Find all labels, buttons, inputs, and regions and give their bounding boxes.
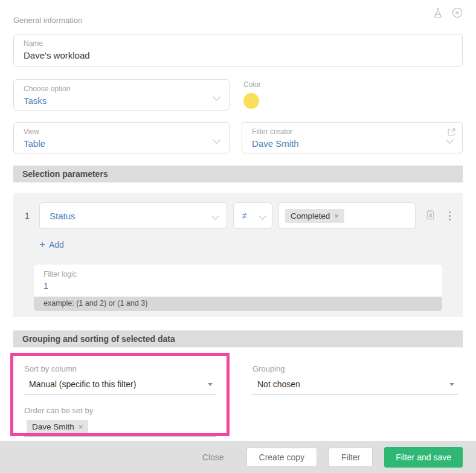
filter-creator-select[interactable]: Filter creator Dave Smith xyxy=(242,122,463,153)
choose-option-value[interactable]: Tasks xyxy=(24,95,219,106)
condition-value-tag-label: Completed xyxy=(291,211,330,220)
color-label: Color xyxy=(243,80,261,89)
option-color-row: Choose option Tasks Color xyxy=(13,79,463,111)
condition-row-number: 1 xyxy=(23,211,31,220)
order-user-tag-label: Dave Smith xyxy=(32,422,74,431)
grouping-label: Grouping xyxy=(252,364,458,374)
filter-creator-value[interactable]: Dave Smith xyxy=(252,138,452,149)
filter-logic-example: example: (1 and 2) or (1 and 3) xyxy=(34,297,442,311)
dropdown-arrow-icon xyxy=(208,383,213,386)
sorting-column: Sort by column Manual (specific to this … xyxy=(24,364,216,437)
grouping-select[interactable]: Not chosen xyxy=(252,376,458,395)
remove-tag-icon[interactable]: × xyxy=(334,212,339,220)
sort-by-column-select[interactable]: Manual (specific to this filter) xyxy=(24,376,216,395)
condition-value-tag: Completed × xyxy=(285,209,344,223)
name-field-value[interactable]: Dave's workload xyxy=(24,50,452,61)
filter-settings-dialog: General information Name Dave's workload… xyxy=(0,0,476,473)
sort-by-column-label: Sort by column xyxy=(24,364,216,374)
condition-operator-value[interactable]: ≠ xyxy=(242,211,247,220)
chevron-down-icon xyxy=(259,212,266,220)
flask-icon[interactable] xyxy=(433,8,443,18)
condition-field-value[interactable]: Status xyxy=(50,211,76,221)
order-user-tag: Dave Smith × xyxy=(27,420,88,434)
view-value[interactable]: Table xyxy=(24,138,219,149)
condition-row: 1 Status ≠ Completed × xyxy=(23,202,453,229)
name-field-label: Name xyxy=(24,39,452,48)
filter-logic-field[interactable]: Filter logic 1 xyxy=(34,265,442,297)
filter-logic-box: Filter logic 1 example: (1 and 2) or (1 … xyxy=(34,265,442,311)
filter-logic-value[interactable]: 1 xyxy=(43,281,433,291)
grouping-column: Grouping Not chosen xyxy=(252,364,458,437)
close-icon[interactable] xyxy=(452,7,463,18)
choose-option-label: Choose option xyxy=(24,85,219,93)
dialog-footer: Close Create copy Filter Filter and save xyxy=(0,441,476,473)
create-copy-button[interactable]: Create copy xyxy=(246,448,317,467)
condition-operator-select[interactable]: ≠ xyxy=(233,202,272,229)
view-select[interactable]: View Table xyxy=(13,122,230,153)
sort-by-column-value: Manual (specific to this filter) xyxy=(29,379,136,389)
name-field[interactable]: Name Dave's workload xyxy=(13,34,463,67)
remove-tag-icon[interactable]: × xyxy=(79,423,83,431)
condition-row-actions xyxy=(425,209,453,223)
selection-parameters-panel: 1 Status ≠ Completed × xyxy=(13,193,463,317)
condition-field-select[interactable]: Status xyxy=(39,202,227,229)
choose-option-select[interactable]: Choose option Tasks xyxy=(13,79,230,111)
general-information-label: General information xyxy=(13,16,463,25)
filter-logic-label: Filter logic xyxy=(43,270,433,278)
kebab-menu-icon[interactable] xyxy=(448,210,452,222)
order-can-be-set-by-field[interactable]: Dave Smith × xyxy=(24,418,216,437)
grouping-sorting-panel: Sort by column Manual (specific to this … xyxy=(0,347,476,437)
condition-value-box[interactable]: Completed × xyxy=(278,202,416,229)
view-label: View xyxy=(24,127,219,136)
color-picker: Color xyxy=(243,79,261,109)
view-creator-row: View Table Filter creator Dave Smith xyxy=(13,122,463,153)
color-swatch[interactable] xyxy=(243,93,259,109)
order-can-be-set-by-label: Order can be set by xyxy=(24,406,216,416)
filter-and-save-button[interactable]: Filter and save xyxy=(384,447,463,468)
trash-icon[interactable] xyxy=(425,209,436,223)
filter-creator-label: Filter creator xyxy=(252,127,452,136)
selection-parameters-header: Selection parameters xyxy=(13,166,463,182)
plus-icon: + xyxy=(39,240,45,249)
grouping-value: Not chosen xyxy=(257,379,300,389)
grouping-sorting-header: Grouping and sorting of selected data xyxy=(13,330,463,347)
chevron-down-icon xyxy=(211,212,219,220)
dropdown-arrow-icon xyxy=(449,383,454,386)
filter-button[interactable]: Filter xyxy=(329,448,373,467)
close-button[interactable]: Close xyxy=(202,452,224,462)
dialog-header-icons xyxy=(433,7,463,18)
add-condition-button[interactable]: + Add xyxy=(39,240,64,249)
add-condition-label: Add xyxy=(49,240,64,249)
